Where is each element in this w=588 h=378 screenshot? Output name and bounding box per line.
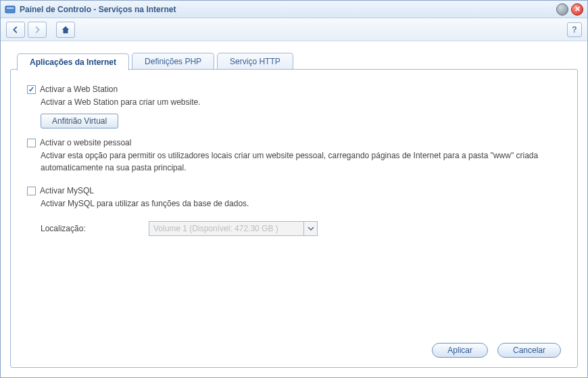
tab-panel: Activar a Web Station Activar a Web Stat… (10, 69, 578, 368)
mysql-desc: Activar MySQL para utilizar as funções d… (41, 198, 561, 210)
forward-button[interactable] (28, 22, 47, 38)
app-icon (5, 4, 16, 15)
help-icon: ? (572, 25, 577, 34)
virtual-host-label: Anfitrião Virtual (52, 116, 107, 126)
chevron-down-icon (303, 222, 317, 235)
mysql-location-row: Localização: Volume 1 (Disponível: 472.3… (41, 221, 561, 236)
personal-desc: Activar esta opção para permitir os util… (41, 150, 561, 174)
mysql-location-value: Volume 1 (Disponível: 472.30 GB ) (149, 224, 303, 233)
back-button[interactable] (6, 22, 25, 38)
arrow-left-icon (11, 25, 20, 34)
close-button[interactable]: ✕ (571, 3, 583, 16)
personal-row: Activar o website pessoal (27, 138, 561, 147)
panel-footer: Aplicar Cancelar (27, 336, 561, 358)
mysql-label: Activar MySQL (40, 186, 94, 195)
mysql-location-label: Localização: (41, 224, 149, 233)
tab-php-settings[interactable]: Definições PHP (132, 53, 214, 70)
webstation-checkbox[interactable] (27, 85, 36, 94)
tab-label: Aplicações da Internet (30, 57, 116, 67)
window-title: Painel de Controlo - Serviços na Interne… (20, 5, 554, 14)
mysql-row: Activar MySQL (27, 186, 561, 195)
titlebar: Painel de Controlo - Serviços na Interne… (1, 1, 587, 18)
webstation-desc: Activar a Web Station para criar um webs… (41, 97, 561, 108)
svg-rect-0 (5, 6, 15, 13)
toolbar: ? (1, 18, 587, 41)
tab-label: Definições PHP (145, 57, 201, 66)
help-button[interactable]: ? (567, 22, 582, 37)
home-icon (61, 25, 70, 34)
personal-label: Activar o website pessoal (40, 138, 131, 147)
tab-internet-apps[interactable]: Aplicações da Internet (17, 53, 129, 70)
apply-label: Aplicar (447, 346, 472, 355)
webstation-row: Activar a Web Station (27, 85, 561, 94)
cancel-button[interactable]: Cancelar (497, 343, 561, 358)
minimize-button[interactable] (556, 3, 568, 16)
home-button[interactable] (56, 22, 75, 38)
virtual-host-button[interactable]: Anfitrião Virtual (41, 114, 118, 128)
tabstrip: Aplicações da Internet Definições PHP Se… (17, 51, 578, 70)
mysql-checkbox[interactable] (27, 187, 36, 195)
content: Aplicações da Internet Definições PHP Se… (1, 41, 587, 377)
mysql-location-select[interactable]: Volume 1 (Disponível: 472.30 GB ) (149, 221, 318, 236)
tab-label: Serviço HTTP (230, 57, 280, 66)
tab-http-service[interactable]: Serviço HTTP (217, 53, 293, 70)
window-root: Painel de Controlo - Serviços na Interne… (0, 0, 588, 378)
apply-button[interactable]: Aplicar (432, 343, 488, 358)
arrow-right-icon (32, 25, 42, 34)
webstation-label: Activar a Web Station (40, 85, 118, 94)
cancel-label: Cancelar (513, 346, 545, 355)
personal-checkbox[interactable] (27, 139, 36, 147)
svg-rect-1 (7, 7, 14, 9)
